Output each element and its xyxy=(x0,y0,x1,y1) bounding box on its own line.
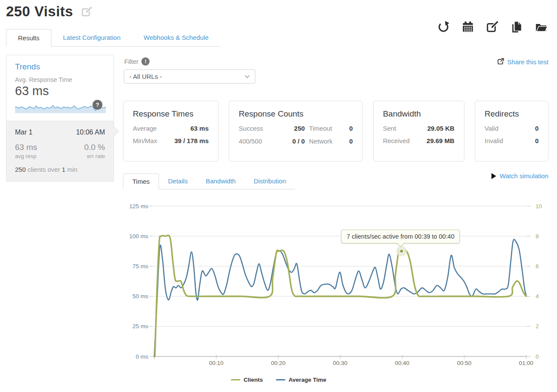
url-filter-select[interactable]: - All URLs - xyxy=(124,69,255,84)
stat-value: 0 / 0 xyxy=(269,138,305,145)
stat-value: 29.05 KB xyxy=(427,125,454,132)
stat-label: Min/Max xyxy=(133,137,157,144)
summary-cards: Response Times Average63 ms Min/Max39 / … xyxy=(123,101,548,162)
stat-label: Received xyxy=(383,137,410,144)
refresh-icon[interactable] xyxy=(437,21,450,33)
svg-text:00:40: 00:40 xyxy=(395,360,410,366)
stat-value: 0 xyxy=(535,137,539,144)
svg-text:10: 10 xyxy=(536,203,542,209)
svg-text:2: 2 xyxy=(536,323,539,329)
stat-value: 39 / 178 ms xyxy=(174,137,209,144)
filter-row: Filter ! xyxy=(124,57,150,66)
info-icon[interactable]: ! xyxy=(141,57,150,66)
svg-text:00:50: 00:50 xyxy=(457,360,471,366)
run-clients-summary: 250 clients over 1 min xyxy=(15,166,105,173)
svg-text:0: 0 xyxy=(536,353,539,360)
line-chart: 0 ms025 ms250 ms475 ms6100 ms8125 ms1000… xyxy=(129,195,557,375)
run-avg-value: 63 ms xyxy=(15,143,37,152)
chart-legend: Clients Average Time xyxy=(0,377,557,383)
edit-icon[interactable] xyxy=(486,21,499,33)
tab-webhooks-schedule[interactable]: Webhooks & Schedule xyxy=(132,29,220,46)
run-time: 10:06 AM xyxy=(76,129,105,136)
run-date: Mar 1 xyxy=(15,129,33,136)
stat-value: 0 xyxy=(341,138,353,145)
avg-response-value: 63 ms xyxy=(15,84,105,98)
trend-sparkline: ? xyxy=(15,102,106,113)
stat-label: Invalid xyxy=(485,137,503,144)
svg-text:4: 4 xyxy=(536,293,539,299)
rename-test-icon[interactable] xyxy=(81,6,93,18)
folder-icon[interactable] xyxy=(535,21,548,33)
bandwidth-card: Bandwidth Sent29.05 KB Received29.69 MB xyxy=(373,101,464,162)
redirects-card: Redirects Valid0 Invalid0 xyxy=(475,101,548,162)
tab-details[interactable]: Details xyxy=(159,174,197,189)
card-title: Bandwidth xyxy=(383,109,455,119)
legend-label: Average Time xyxy=(289,377,326,383)
card-title: Response Times xyxy=(133,109,209,119)
trends-heading: Trends xyxy=(15,62,105,72)
legend-label: Clients xyxy=(244,377,263,383)
calendar-icon[interactable] xyxy=(461,21,474,33)
chart-tab-bar: Times Details Bandwidth Distribution xyxy=(123,174,295,189)
copy-icon[interactable] xyxy=(510,21,523,33)
main-tab-bar: Results Latest Configuration Webhooks & … xyxy=(6,29,220,47)
svg-text:100 ms: 100 ms xyxy=(129,233,149,239)
help-icon[interactable]: ? xyxy=(93,100,102,110)
tab-results[interactable]: Results xyxy=(6,29,51,47)
svg-text:00:30: 00:30 xyxy=(333,360,347,366)
test-results-page: 250 Visits xyxy=(0,0,557,392)
svg-text:25 ms: 25 ms xyxy=(132,323,148,329)
clients-swatch xyxy=(231,379,240,381)
share-icon xyxy=(497,58,504,66)
stat-label: Success xyxy=(239,125,264,132)
header: 250 Visits xyxy=(6,3,93,20)
stat-label: Average xyxy=(133,125,157,132)
watch-simulation-link[interactable]: Watch simulation xyxy=(491,172,548,180)
selected-arrow xyxy=(114,126,119,137)
tab-distribution[interactable]: Distribution xyxy=(245,174,295,189)
svg-text:01:00: 01:00 xyxy=(519,360,533,366)
svg-text:0 ms: 0 ms xyxy=(136,353,149,360)
url-filter-value: - All URLs - xyxy=(129,73,245,80)
stat-value: 250 xyxy=(269,125,305,132)
svg-text:50 ms: 50 ms xyxy=(132,293,148,299)
run-avg-label: avg resp xyxy=(15,153,36,159)
tab-bandwidth[interactable]: Bandwidth xyxy=(197,174,245,189)
stat-label: 400/500 xyxy=(239,138,264,145)
toolbar xyxy=(437,21,548,33)
average-time-swatch xyxy=(276,379,285,381)
response-times-card: Response Times Average63 ms Min/Max39 / … xyxy=(123,101,219,162)
card-title: Response Counts xyxy=(239,109,353,119)
run-err-value: 0.0 % xyxy=(84,143,105,152)
watch-simulation-label: Watch simulation xyxy=(500,172,548,180)
stat-value: 0 xyxy=(535,125,539,132)
svg-text:8: 8 xyxy=(536,233,539,239)
play-icon xyxy=(491,173,496,179)
share-test-label: Share this test xyxy=(507,58,548,66)
svg-text:00:20: 00:20 xyxy=(271,360,285,366)
stat-label: Sent xyxy=(383,125,396,132)
legend-item-clients: Clients xyxy=(231,377,263,383)
stat-label: Valid xyxy=(485,125,498,132)
response-counts-card: Response Counts Success250 Timeout0 400/… xyxy=(229,101,362,162)
stat-value: 29.69 MB xyxy=(427,137,455,144)
filter-label: Filter xyxy=(124,58,138,65)
page-title: 250 Visits xyxy=(6,3,73,20)
share-test-link[interactable]: Share this test xyxy=(497,58,548,66)
stat-label: Network xyxy=(309,138,337,145)
stat-label: Timeout xyxy=(309,125,337,132)
tab-latest-configuration[interactable]: Latest Configuration xyxy=(51,29,132,46)
trends-summary: Trends Avg. Response Time 63 ms ? xyxy=(6,55,114,121)
chart-tooltip: 7 clients/sec active from 00:39 to 00:40 xyxy=(341,230,460,243)
run-err-label: err rate xyxy=(87,153,105,159)
times-chart[interactable]: 0 ms025 ms250 ms475 ms6100 ms8125 ms1000… xyxy=(129,195,557,375)
legend-item-average-time: Average Time xyxy=(276,377,326,383)
tab-times[interactable]: Times xyxy=(123,174,159,189)
trends-sidebar: Trends Avg. Response Time 63 ms ? Mar 1 … xyxy=(6,55,114,182)
svg-text:75 ms: 75 ms xyxy=(132,263,148,269)
svg-text:00:10: 00:10 xyxy=(209,360,224,366)
stat-value: 0 xyxy=(341,125,353,132)
chevron-down-icon xyxy=(245,75,250,78)
avg-response-label: Avg. Response Time xyxy=(15,76,105,83)
test-run-entry[interactable]: Mar 1 10:06 AM 63 ms 0.0 % avg resp err … xyxy=(6,121,114,181)
